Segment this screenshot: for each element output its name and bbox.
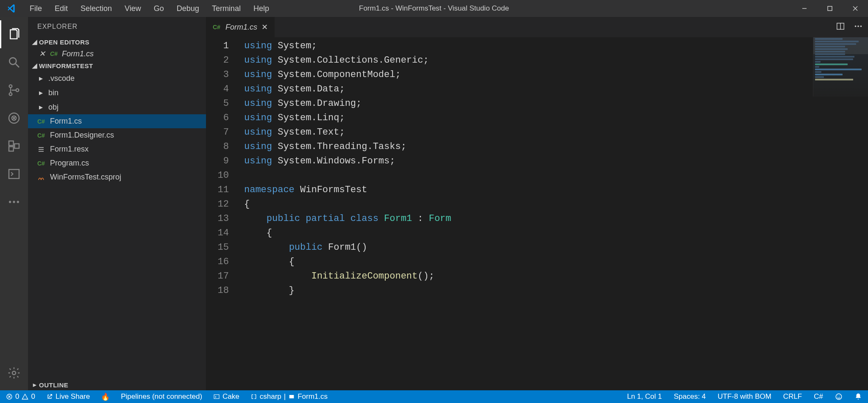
svg-point-15: [9, 201, 11, 203]
tab-form1[interactable]: C# Form1.cs ✕: [206, 17, 275, 37]
close-button[interactable]: [843, 0, 868, 17]
svg-point-33: [837, 396, 838, 397]
svg-point-7: [9, 93, 12, 96]
csharp-file-icon: C#: [37, 118, 46, 125]
svg-point-18: [12, 371, 16, 375]
status-feedback-icon[interactable]: [833, 392, 844, 401]
chevron-down-icon: ◢: [31, 38, 39, 46]
code-editor[interactable]: 123456789101112131415161718 using System…: [206, 37, 868, 390]
chevron-right-icon: ▸: [37, 74, 44, 83]
status-eol[interactable]: CRLF: [782, 392, 804, 401]
file-item[interactable]: Form1.resx: [28, 142, 206, 156]
chevron-right-icon: ▸: [37, 88, 44, 97]
editor-area: C# Form1.cs ✕ 12345678910111213141516171…: [206, 17, 868, 390]
file-item[interactable]: C#Form1.Designer.cs: [28, 128, 206, 142]
menu-edit[interactable]: Edit: [50, 3, 73, 15]
status-indent[interactable]: Spaces: 4: [672, 392, 708, 401]
window-controls: [792, 0, 868, 17]
open-editor-item[interactable]: ✕ C# Form1.cs: [28, 47, 206, 60]
more-icon[interactable]: [0, 188, 28, 216]
svg-point-6: [9, 85, 12, 88]
chevron-down-icon: ◢: [31, 62, 39, 69]
line-gutter: 123456789101112131415161718: [206, 37, 244, 390]
svg-point-17: [17, 201, 19, 203]
menu-file[interactable]: File: [25, 3, 47, 15]
file-name: .vscode: [48, 74, 75, 83]
extensions-icon[interactable]: [0, 132, 28, 160]
csharp-file-icon: C#: [213, 24, 221, 30]
maximize-button[interactable]: [817, 0, 843, 17]
file-item[interactable]: ▸obj: [28, 100, 206, 114]
chevron-right-icon: ▸: [37, 102, 44, 112]
split-editor-icon[interactable]: [836, 22, 845, 33]
status-pipelines[interactable]: Pipelines (not connected): [119, 392, 204, 401]
file-item[interactable]: C#Form1.cs: [28, 114, 206, 128]
status-bell-icon[interactable]: [853, 392, 864, 401]
svg-line-5: [16, 64, 19, 67]
svg-rect-12: [9, 146, 14, 151]
menu-help[interactable]: Help: [248, 3, 274, 15]
terminal-panel-icon[interactable]: [0, 160, 28, 188]
status-language[interactable]: C#: [812, 392, 825, 401]
status-csharp[interactable]: csharp | Form1.cs: [249, 392, 329, 401]
menu-selection[interactable]: Selection: [75, 3, 117, 15]
svg-rect-11: [9, 141, 14, 146]
open-editors-section[interactable]: ◢ OPEN EDITORS: [28, 36, 206, 47]
svg-point-25: [857, 25, 859, 27]
status-flame-icon[interactable]: 🔥: [99, 392, 111, 401]
file-item[interactable]: WinFormsTest.csproj: [28, 170, 206, 184]
status-live-share[interactable]: Live Share: [45, 392, 92, 401]
explorer-title: EXPLORER: [28, 17, 206, 36]
project-section[interactable]: ◢ WINFORMSTEST: [28, 60, 206, 71]
svg-point-26: [860, 25, 862, 27]
status-problems[interactable]: 0 0: [4, 392, 37, 401]
menu-debug[interactable]: Debug: [172, 3, 204, 15]
svg-point-32: [836, 394, 842, 400]
explorer-icon[interactable]: [0, 20, 28, 48]
status-cursor[interactable]: Ln 1, Col 1: [625, 392, 663, 401]
explorer-sidebar: EXPLORER ◢ OPEN EDITORS ✕ C# Form1.cs ◢ …: [28, 17, 206, 390]
more-actions-icon[interactable]: [854, 22, 863, 33]
svg-point-34: [840, 396, 840, 397]
file-item[interactable]: ▸.vscode: [28, 71, 206, 86]
open-editor-label: Form1.cs: [62, 50, 94, 58]
menu-view[interactable]: View: [120, 3, 146, 15]
title-bar: FileEditSelectionViewGoDebugTerminalHelp…: [0, 0, 868, 17]
outline-section[interactable]: ▸ OUTLINE: [28, 379, 206, 390]
search-icon[interactable]: [0, 48, 28, 76]
close-icon[interactable]: ✕: [262, 22, 268, 32]
csharp-file-icon: C#: [50, 50, 58, 57]
file-name: obj: [48, 103, 58, 112]
csharp-file-icon: C#: [37, 160, 46, 167]
menu-go[interactable]: Go: [149, 3, 169, 15]
svg-rect-1: [828, 6, 832, 11]
minimap[interactable]: [813, 37, 868, 97]
csharp-file-icon: C#: [37, 132, 46, 139]
status-encoding[interactable]: UTF-8 with BOM: [716, 392, 773, 401]
source-control-icon[interactable]: [0, 76, 28, 104]
minimize-button[interactable]: [792, 0, 817, 17]
svg-rect-30: [214, 395, 219, 398]
settings-gear-icon[interactable]: [0, 359, 28, 387]
svg-rect-31: [289, 395, 294, 398]
debug-icon[interactable]: [0, 104, 28, 132]
svg-point-4: [9, 58, 16, 64]
vscode-logo-icon: [3, 3, 20, 14]
file-name: Program.cs: [50, 159, 89, 168]
resx-file-icon: [37, 146, 46, 153]
window-title: Form1.cs - WinFormsTest - Visual Studio …: [359, 4, 509, 13]
svg-point-8: [16, 89, 19, 92]
tab-label: Form1.cs: [225, 23, 257, 32]
file-name: WinFormsTest.csproj: [50, 173, 121, 182]
file-item[interactable]: C#Program.cs: [28, 156, 206, 170]
status-cake[interactable]: Cake: [211, 392, 241, 401]
status-bar: 0 0 Live Share 🔥 Pipelines (not connecte…: [0, 390, 868, 403]
csproj-file-icon: [37, 174, 46, 181]
menu-terminal[interactable]: Terminal: [207, 3, 246, 15]
svg-rect-13: [14, 144, 19, 149]
code-content[interactable]: using System;using System.Collections.Ge…: [244, 37, 868, 390]
svg-rect-14: [9, 169, 19, 178]
file-item[interactable]: ▸bin: [28, 86, 206, 100]
file-name: bin: [48, 88, 58, 97]
close-icon[interactable]: ✕: [39, 49, 47, 58]
